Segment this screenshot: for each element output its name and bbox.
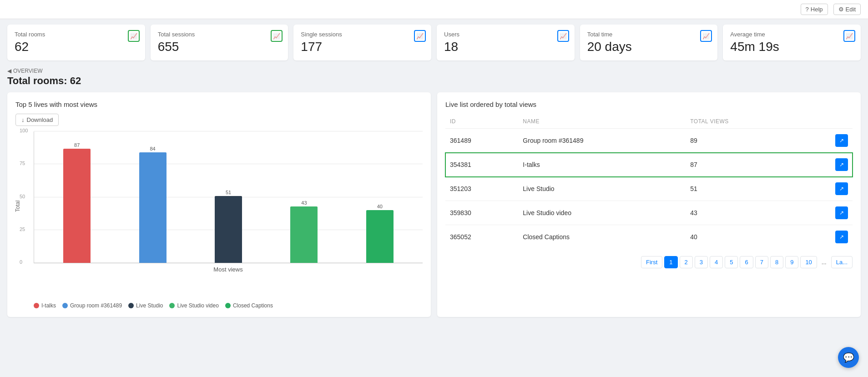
legend-label: I-talks xyxy=(41,302,56,309)
chart-panel: Top 5 lives with most views ↓ Download T… xyxy=(7,92,431,317)
pagination-page-button[interactable]: 10 xyxy=(800,256,817,268)
pagination-page-button[interactable]: 4 xyxy=(710,256,723,268)
page-title: Total rooms: 62 xyxy=(0,75,868,92)
cell-name: I-talks xyxy=(518,153,686,177)
external-link-icon: ↗ xyxy=(839,161,844,168)
y-tick-label: 100 xyxy=(20,128,28,133)
breadcrumb-link[interactable]: ◀ OVERVIEW xyxy=(7,68,861,74)
pagination-page-button[interactable]: 3 xyxy=(695,256,708,268)
chart-icon: 📈 xyxy=(560,33,567,40)
pagination-page-button[interactable]: 8 xyxy=(770,256,783,268)
stats-row: Total rooms 62 📈 Total sessions 655 📈 Si… xyxy=(0,19,868,64)
table-row: 359830Live Studio video43↗ xyxy=(445,201,853,225)
bar-value-label: 84 xyxy=(150,146,155,151)
bar-rect xyxy=(366,210,394,263)
cell-id: 359830 xyxy=(445,201,518,225)
bar-rect xyxy=(290,206,318,263)
legend-item-4: Closed Captions xyxy=(225,302,273,309)
chart-icon: 📈 xyxy=(130,33,137,40)
stat-icon-btn[interactable]: 📈 xyxy=(843,30,855,42)
external-link-icon: ↗ xyxy=(839,234,844,240)
chart-icon: 📈 xyxy=(416,33,424,40)
cell-views: 51 xyxy=(686,177,800,201)
legend-dot xyxy=(225,303,231,308)
bar-value-label: 51 xyxy=(226,190,231,195)
chart-legend: I-talks Group room #361489 Live Studio L… xyxy=(15,302,423,309)
table-panel: Live list ordered by total views IDNAMET… xyxy=(437,92,861,317)
stat-card-5: Average time 45m 19s 📈 xyxy=(723,25,861,60)
stat-icon-btn[interactable]: 📈 xyxy=(271,30,283,42)
bar-rect xyxy=(215,196,242,263)
table-title: Live list ordered by total views xyxy=(445,101,853,108)
stat-value: 20 days xyxy=(587,40,711,54)
chevron-left-icon: ◀ xyxy=(7,68,11,74)
stat-icon-btn[interactable]: 📈 xyxy=(128,30,140,42)
pagination-page-button[interactable]: 7 xyxy=(755,256,768,268)
external-link-icon: ↗ xyxy=(839,210,844,216)
pagination-last-button[interactable]: La... xyxy=(831,256,853,268)
stat-card-1: Total sessions 655 📈 xyxy=(151,25,288,60)
legend-dot xyxy=(34,303,39,308)
stat-label: Total sessions xyxy=(158,31,281,38)
bar-2: 51 xyxy=(195,131,262,263)
table-row: 351203Live Studio51↗ xyxy=(445,177,853,201)
open-row-button[interactable]: ↗ xyxy=(835,206,848,219)
pagination-page-button[interactable]: 9 xyxy=(785,256,798,268)
pagination-page-button[interactable]: 5 xyxy=(725,256,738,268)
pagination-dots: ... xyxy=(819,256,829,268)
pagination-page-button[interactable]: 6 xyxy=(740,256,753,268)
col-header: NAME xyxy=(518,115,686,129)
open-row-button[interactable]: ↗ xyxy=(835,134,848,147)
col-header: ID xyxy=(445,115,518,129)
cell-name: Live Studio xyxy=(518,177,686,201)
cell-name: Closed Captions xyxy=(518,225,686,249)
y-tick-label: 0 xyxy=(20,259,22,265)
chart-title: Top 5 lives with most views xyxy=(15,101,423,108)
stat-label: Total rooms xyxy=(15,31,138,38)
cell-views: 43 xyxy=(686,201,800,225)
breadcrumb-label: OVERVIEW xyxy=(13,68,42,74)
cell-id: 361489 xyxy=(445,129,518,153)
bar-value-label: 43 xyxy=(301,200,307,206)
edit-button[interactable]: ⚙ Edit xyxy=(833,4,861,15)
open-row-button[interactable]: ↗ xyxy=(835,158,848,171)
pagination-first-button[interactable]: First xyxy=(641,256,662,268)
bar-0: 87 xyxy=(43,131,111,263)
stat-label: Single sessions xyxy=(301,31,424,38)
bar-value-label: 87 xyxy=(74,142,80,148)
x-axis-label: Most views xyxy=(34,266,423,273)
stat-icon-btn[interactable]: 📈 xyxy=(414,30,426,42)
stat-label: Average time xyxy=(730,31,853,38)
legend-dot xyxy=(128,303,134,308)
stat-icon-btn[interactable]: 📈 xyxy=(700,30,712,42)
chart-icon: 📈 xyxy=(846,33,853,40)
stat-value: 655 xyxy=(158,40,281,54)
stat-value: 62 xyxy=(15,40,138,54)
y-tick-label: 50 xyxy=(20,194,25,199)
pagination: First12345678910...La... xyxy=(445,256,853,268)
edit-label: Edit xyxy=(846,6,856,13)
open-row-button[interactable]: ↗ xyxy=(835,182,848,195)
top-bar: ? Help ⚙ Edit xyxy=(0,0,868,19)
legend-item-2: Live Studio xyxy=(128,302,163,309)
main-content: Top 5 lives with most views ↓ Download T… xyxy=(0,92,868,324)
stat-icon-btn[interactable]: 📈 xyxy=(557,30,569,42)
help-button[interactable]: ? Help xyxy=(801,4,828,15)
stat-card-0: Total rooms 62 📈 xyxy=(7,25,145,60)
cell-id: 351203 xyxy=(445,177,518,201)
gear-icon: ⚙ xyxy=(838,6,844,13)
stat-card-3: Users 18 📈 xyxy=(437,25,575,60)
stat-label: Total time xyxy=(587,31,711,38)
download-button[interactable]: ↓ Download xyxy=(15,114,59,126)
stat-value: 177 xyxy=(301,40,424,54)
bar-rect xyxy=(63,149,91,263)
cell-id: 365052 xyxy=(445,225,518,249)
external-link-icon: ↗ xyxy=(839,137,844,144)
bar-3: 43 xyxy=(270,131,338,263)
legend-label: Live Studio video xyxy=(177,302,218,309)
chart-area: 0255075100 8784514340 xyxy=(34,131,423,263)
pagination-page-button[interactable]: 2 xyxy=(680,256,693,268)
open-row-button[interactable]: ↗ xyxy=(835,231,848,243)
pagination-page-button[interactable]: 1 xyxy=(664,256,677,268)
bar-value-label: 40 xyxy=(377,204,383,209)
